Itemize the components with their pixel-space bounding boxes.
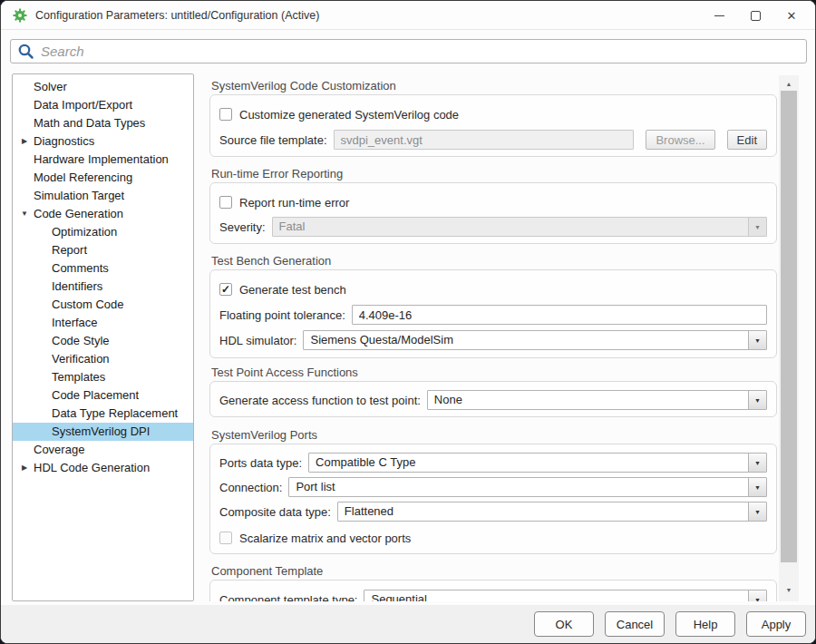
sidebar-item-solver[interactable]: Solver	[13, 78, 193, 96]
sidebar-item-label: Math and Data Types	[34, 116, 145, 130]
close-button[interactable]: ✕	[773, 1, 810, 30]
scroll-up-icon[interactable]: ▲	[779, 77, 799, 91]
chevron-down-icon[interactable]: ▼	[748, 331, 766, 349]
sidebar-item-simulation-target[interactable]: Simulation Target	[13, 187, 193, 205]
generate-test-bench-label: Generate test bench	[239, 283, 346, 297]
connection-dropdown[interactable]: Port list ▼	[288, 477, 767, 497]
tree-expanded-icon[interactable]: ▼	[19, 205, 30, 223]
ports-data-type-dropdown[interactable]: Compatible C Type ▼	[308, 453, 767, 473]
section-title-test-bench: Test Bench Generation	[211, 254, 331, 268]
scalarize-ports-checkbox[interactable]	[219, 532, 232, 544]
sidebar-item-code-style[interactable]: Code Style	[13, 332, 193, 350]
group-sv-code-customization: Customize generated SystemVerilog code S…	[209, 94, 777, 157]
scalarize-ports-label: Scalarize matrix and vector ports	[239, 532, 411, 545]
composite-data-type-value: Flattened	[338, 503, 748, 521]
access-function-label: Generate access function to test point:	[219, 394, 421, 407]
sidebar-item-label: Optimization	[52, 225, 117, 239]
sidebar-item-label: Verification	[52, 352, 110, 366]
edit-button[interactable]: Edit	[727, 130, 767, 150]
sidebar-item-systemverilog-dpi[interactable]: SystemVerilog DPI	[13, 423, 193, 441]
sidebar-item-optimization[interactable]: Optimization	[13, 223, 193, 241]
chevron-down-icon[interactable]: ▼	[748, 391, 766, 409]
severity-value: Fatal	[273, 218, 748, 236]
sidebar-item-label: Data Import/Export	[34, 98, 132, 112]
connection-label: Connection:	[219, 481, 282, 494]
source-file-template-field[interactable]	[334, 130, 635, 150]
composite-data-type-label: Composite data type:	[219, 505, 331, 519]
sidebar-item-code-generation[interactable]: ▼Code Generation	[13, 205, 193, 223]
chevron-down-icon[interactable]: ▼	[748, 478, 766, 496]
group-component-template: Component template type: Sequential ▼	[209, 580, 777, 601]
scrollbar-thumb[interactable]	[781, 91, 797, 562]
vertical-scrollbar[interactable]: ▲ ▼	[779, 75, 799, 601]
customize-sv-code-checkbox[interactable]	[219, 108, 232, 121]
floating-point-tolerance-label: Floating point tolerance:	[219, 308, 345, 322]
sidebar-item-label: Hardware Implementation	[34, 152, 169, 166]
chevron-down-icon[interactable]: ▼	[748, 590, 766, 601]
sidebar-item-label: Solver	[34, 80, 67, 93]
hdl-simulator-dropdown[interactable]: Siemens Questa/ModelSim ▼	[303, 330, 767, 350]
section-title-test-point: Test Point Access Functions	[211, 366, 358, 379]
maximize-icon	[751, 11, 761, 21]
title-bar[interactable]: Configuration Parameters: untitled/Confi…	[1, 1, 815, 30]
severity-dropdown[interactable]: Fatal ▼	[272, 217, 767, 237]
report-runtime-error-label: Report run-time error	[239, 196, 349, 210]
sidebar-item-model-referencing[interactable]: Model Referencing	[13, 169, 193, 187]
sidebar-item-label: Templates	[52, 370, 105, 384]
sidebar-item-report[interactable]: Report	[13, 241, 193, 259]
source-file-template-label: Source file template:	[219, 133, 327, 147]
sidebar-item-label: Code Placement	[52, 388, 139, 402]
floating-point-tolerance-field[interactable]	[352, 305, 767, 325]
sidebar-item-math-and-data-types[interactable]: Math and Data Types	[13, 114, 193, 132]
sidebar-item-templates[interactable]: Templates	[13, 368, 193, 386]
sidebar-item-data-type-replacement[interactable]: Data Type Replacement	[13, 405, 193, 423]
component-template-type-dropdown[interactable]: Sequential ▼	[364, 590, 767, 601]
sidebar-item-diagnostics[interactable]: ▶Diagnostics	[13, 132, 193, 151]
chevron-down-icon[interactable]: ▼	[748, 454, 766, 472]
chevron-down-icon[interactable]: ▼	[748, 503, 766, 521]
access-function-dropdown[interactable]: None ▼	[427, 390, 767, 410]
sidebar-item-label: Custom Code	[52, 298, 123, 311]
sidebar-item-label: SystemVerilog DPI	[52, 424, 150, 438]
section-title-component-template: Component Template	[211, 564, 323, 578]
cancel-button[interactable]: Cancel	[605, 611, 665, 637]
help-button[interactable]: Help	[675, 611, 735, 637]
severity-label: Severity:	[219, 220, 266, 234]
group-sv-ports: Ports data type: Compatible C Type ▼ Con…	[209, 444, 777, 554]
sidebar-item-label: Simulation Target	[34, 189, 124, 202]
sidebar-item-hdl-code-generation[interactable]: ▶HDL Code Generation	[13, 459, 193, 477]
sidebar-item-comments[interactable]: Comments	[13, 259, 193, 278]
apply-button[interactable]: Apply	[746, 611, 806, 637]
search-input[interactable]	[34, 44, 806, 59]
tree-collapsed-icon[interactable]: ▶	[19, 459, 30, 477]
sidebar-item-label: Model Referencing	[34, 171, 132, 184]
tree-collapsed-icon[interactable]: ▶	[19, 132, 30, 151]
minimize-button[interactable]	[701, 1, 737, 30]
maximize-button[interactable]	[737, 1, 773, 30]
generate-test-bench-checkbox[interactable]: ✓	[219, 283, 232, 296]
sidebar-item-verification[interactable]: Verification	[13, 350, 193, 368]
sidebar-item-label: Identifiers	[52, 279, 102, 293]
sidebar-item-label: Report	[52, 243, 87, 257]
ok-button[interactable]: OK	[534, 611, 594, 637]
scroll-down-icon[interactable]: ▼	[779, 583, 799, 597]
browse-button[interactable]: Browse...	[646, 130, 714, 150]
window-controls: ✕	[701, 1, 810, 30]
desktop-background: Configuration Parameters: untitled/Confi…	[0, 0, 816, 644]
sidebar-item-code-placement[interactable]: Code Placement	[13, 386, 193, 405]
report-runtime-error-checkbox[interactable]	[219, 196, 232, 209]
chevron-down-icon[interactable]: ▼	[748, 218, 766, 236]
composite-data-type-dropdown[interactable]: Flattened ▼	[337, 502, 767, 522]
category-tree: SolverData Import/ExportMath and Data Ty…	[12, 73, 194, 601]
dialog-footer: OK Cancel Help Apply	[1, 605, 815, 643]
search-bar	[10, 39, 807, 63]
sidebar-item-interface[interactable]: Interface	[13, 314, 193, 332]
ports-data-type-label: Ports data type:	[219, 456, 302, 470]
sidebar-item-label: Code Generation	[34, 207, 123, 220]
sidebar-item-label: Code Style	[52, 334, 110, 347]
sidebar-item-hardware-implementation[interactable]: Hardware Implementation	[13, 151, 193, 169]
sidebar-item-data-import-export[interactable]: Data Import/Export	[13, 96, 193, 114]
sidebar-item-coverage[interactable]: Coverage	[13, 441, 193, 459]
sidebar-item-custom-code[interactable]: Custom Code	[13, 296, 193, 314]
sidebar-item-identifiers[interactable]: Identifiers	[13, 278, 193, 296]
